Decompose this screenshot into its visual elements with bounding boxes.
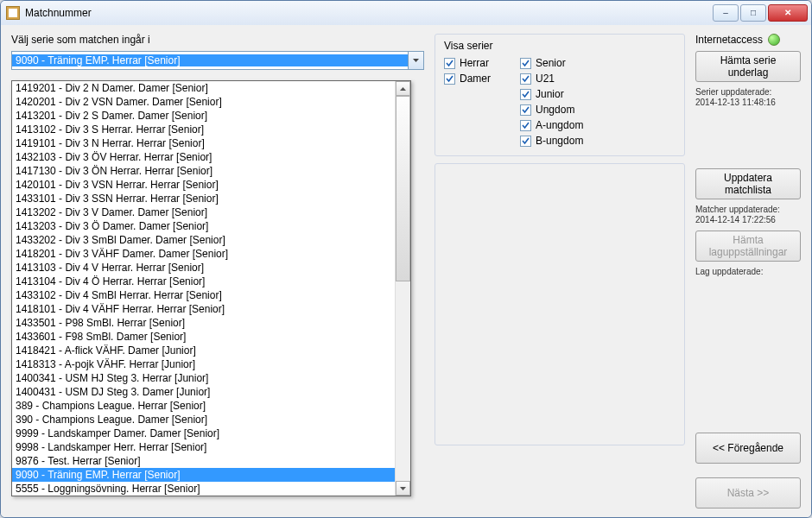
fetch-series-button[interactable]: Hämta serie underlag: [695, 51, 801, 82]
checkbox-label: B-ungdom: [536, 135, 583, 147]
checkbox-right-0[interactable]: Senior: [520, 57, 583, 69]
matches-updated-status: Matcher uppdaterade: 2014-12-14 17:22:56: [695, 205, 801, 225]
checkbox-label: Junior: [536, 88, 564, 100]
dropdown-item[interactable]: 1418101 - Div 4 VÄHF Herrar. Herrar [Sen…: [12, 302, 410, 316]
checkbox-left-1[interactable]: Damer: [444, 73, 491, 85]
dropdown-item[interactable]: 1413104 - Div 4 Ö Herrar. Herrar [Senior…: [12, 275, 410, 288]
dropdown-item[interactable]: 9876 - Test. Herrar [Senior]: [12, 454, 410, 468]
middle-column: Visa serier HerrarDamer SeniorU21JuniorU…: [435, 34, 685, 509]
dropdown-item[interactable]: 1432103 - Div 3 ÖV Herrar. Herrar [Senio…: [12, 150, 410, 164]
dropdown-item[interactable]: 1433202 - Div 3 SmBl Damer. Damer [Senio…: [12, 233, 410, 247]
choose-series-label: Välj serie som matchen ingår i: [11, 34, 424, 46]
app-icon: [6, 6, 20, 20]
checkbox-box-icon: [520, 58, 531, 69]
dropdown-item[interactable]: 390 - Champions League. Damer [Senior]: [12, 413, 410, 426]
dropdown-item[interactable]: 389 - Champions League. Herrar [Senior]: [12, 399, 410, 413]
dropdown-item[interactable]: 1413202 - Div 3 V Damer. Damer [Senior]: [12, 205, 410, 219]
series-combobox[interactable]: 9090 - Träning EMP. Herrar [Senior]: [11, 51, 424, 70]
dropdown-item[interactable]: 1433102 - Div 4 SmBl Herrar. Herrar [Sen…: [12, 288, 410, 302]
dropdown-item[interactable]: 1413203 - Div 3 Ö Damer. Damer [Senior]: [12, 219, 410, 233]
dropdown-item[interactable]: 1420201 - Div 2 VSN Damer. Damer [Senior…: [12, 95, 410, 109]
show-series-title: Visa serier: [444, 40, 492, 52]
checkbox-box-icon: [444, 58, 455, 69]
window-title: Matchnummer: [25, 7, 711, 19]
dropdown-item[interactable]: 1413201 - Div 2 S Damer. Damer [Senior]: [12, 109, 410, 123]
dropdown-item[interactable]: 1433501 - P98 SmBl. Herrar [Senior]: [12, 316, 410, 330]
dropdown-item[interactable]: 5555 - Loggningsövning. Herrar [Senior]: [12, 482, 410, 496]
titlebar: Matchnummer – □ ✕: [1, 1, 811, 26]
fetch-lineups-button[interactable]: Hämta laguppställningar: [695, 231, 801, 262]
chevron-down-icon[interactable]: [408, 52, 423, 69]
checkbox-left-0[interactable]: Herrar: [444, 57, 491, 69]
series-dropdown[interactable]: 1419201 - Div 2 N Damer. Damer [Senior]1…: [11, 80, 411, 496]
dropdown-item[interactable]: 1433101 - Div 3 SSN Herrar. Herrar [Seni…: [12, 192, 410, 205]
dropdown-item[interactable]: 1413102 - Div 3 S Herrar. Herrar [Senior…: [12, 123, 410, 136]
checkbox-label: A-ungdom: [536, 119, 583, 131]
dropdown-scrollbar[interactable]: [395, 81, 410, 496]
checkbox-right-5[interactable]: B-ungdom: [520, 135, 583, 147]
checkbox-box-icon: [444, 73, 455, 85]
maximize-button[interactable]: □: [740, 4, 766, 22]
dropdown-item[interactable]: 9998 - Landskamper Herr. Herrar [Senior]: [12, 440, 410, 454]
dropdown-item[interactable]: 1418313 - A-pojk VÄHF. Herrar [Junior]: [12, 357, 410, 371]
dropdown-item[interactable]: 1418201 - Div 3 VÄHF Damer. Damer [Senio…: [12, 247, 410, 261]
teams-updated-status: Lag uppdaterade:: [695, 267, 801, 277]
update-matchlist-button[interactable]: Uppdatera matchlista: [695, 168, 801, 199]
checkbox-label: Herrar: [460, 57, 489, 69]
app-window: Matchnummer – □ ✕ Välj serie som matchen…: [0, 0, 812, 518]
dropdown-item[interactable]: 9999 - Landskamper Damer. Damer [Senior]: [12, 426, 410, 440]
client-area: Välj serie som matchen ingår i 9090 - Tr…: [1, 25, 811, 517]
checkbox-right-1[interactable]: U21: [520, 73, 583, 85]
dropdown-item[interactable]: 1433601 - F98 SmBl. Damer [Senior]: [12, 330, 410, 344]
checkbox-right-2[interactable]: Junior: [520, 88, 583, 100]
minimize-button[interactable]: –: [713, 4, 739, 22]
checkbox-right-4[interactable]: A-ungdom: [520, 119, 583, 131]
lower-panel: [435, 163, 685, 445]
next-button[interactable]: Nästa >>: [695, 477, 801, 509]
scroll-thumb[interactable]: [396, 96, 410, 281]
dropdown-item[interactable]: 1413103 - Div 4 V Herrar. Herrar [Senior…: [12, 261, 410, 275]
checkbox-box-icon: [520, 89, 531, 100]
dropdown-item[interactable]: 1419201 - Div 2 N Damer. Damer [Senior]: [12, 81, 410, 95]
dropdown-item[interactable]: 1400341 - USM HJ Steg 3. Herrar [Junior]: [12, 371, 410, 385]
internet-access: Internetaccess: [695, 34, 801, 46]
checkbox-label: Senior: [536, 57, 566, 69]
window-controls: – □ ✕: [711, 4, 808, 22]
scroll-up-button[interactable]: [396, 81, 410, 96]
scroll-down-button[interactable]: [396, 481, 410, 496]
checkbox-label: Damer: [460, 73, 491, 85]
show-series-group: Visa serier HerrarDamer SeniorU21JuniorU…: [435, 34, 685, 156]
close-button[interactable]: ✕: [768, 4, 808, 22]
dropdown-item[interactable]: 9090 - Träning EMP. Herrar [Senior]: [12, 468, 410, 482]
checkbox-label: Ungdom: [536, 104, 574, 116]
dropdown-item[interactable]: 1420101 - Div 3 VSN Herrar. Herrar [Seni…: [12, 178, 410, 192]
dropdown-item[interactable]: 1400431 - USM DJ Steg 3. Damer [Junior]: [12, 385, 410, 399]
dropdown-item[interactable]: 1418421 - A-flick VÄHF. Damer [Junior]: [12, 344, 410, 357]
series-selected: 9090 - Träning EMP. Herrar [Senior]: [12, 54, 408, 66]
right-column: Internetaccess Hämta serie underlag Seri…: [695, 34, 801, 509]
internet-access-label: Internetaccess: [695, 34, 763, 46]
status-led-icon: [768, 34, 780, 46]
dropdown-item[interactable]: 1417130 - Div 3 ÖN Herrar. Herrar [Senio…: [12, 164, 410, 178]
checkbox-box-icon: [520, 104, 531, 116]
checkbox-box-icon: [520, 136, 531, 147]
checkbox-label: U21: [536, 73, 555, 85]
checkbox-box-icon: [520, 120, 531, 131]
dropdown-item[interactable]: 1419101 - Div 3 N Herrar. Herrar [Senior…: [12, 136, 410, 150]
prev-button[interactable]: << Föregående: [695, 433, 801, 464]
checkbox-right-3[interactable]: Ungdom: [520, 104, 583, 116]
checkbox-box-icon: [520, 73, 531, 85]
series-updated-status: Serier uppdaterade: 2014-12-13 11:48:16: [695, 87, 801, 108]
